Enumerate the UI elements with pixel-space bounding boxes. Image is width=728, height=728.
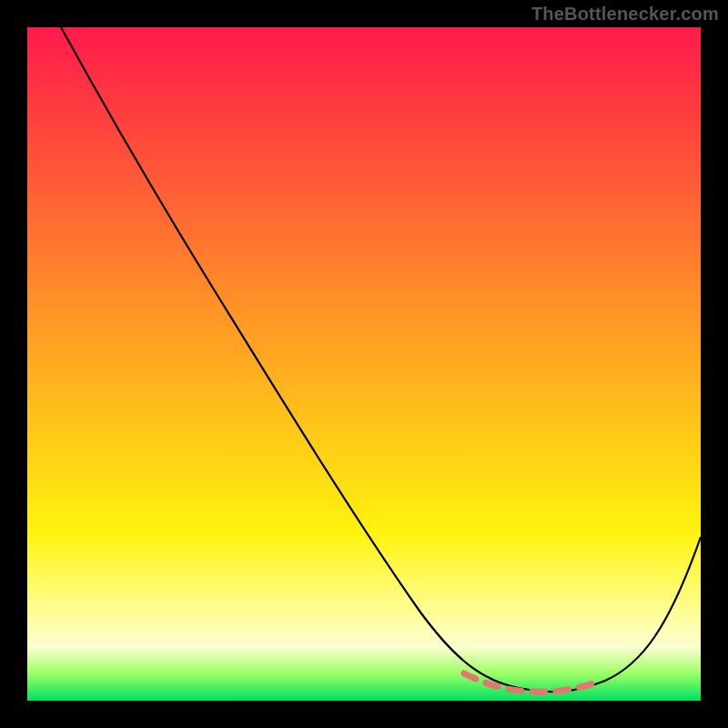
curve-svg — [27, 27, 701, 701]
plot-area — [27, 27, 701, 701]
chart-container: TheBottlenecker.com — [0, 0, 728, 728]
attribution-text: TheBottlenecker.com — [531, 4, 719, 25]
bottleneck-curve — [61, 27, 701, 692]
